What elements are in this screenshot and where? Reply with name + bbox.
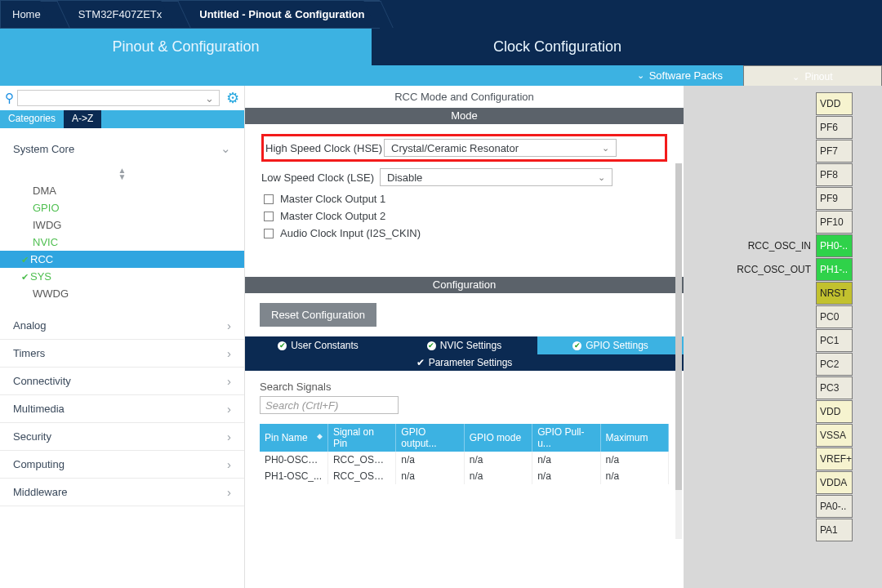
pin-pf6[interactable]: PF6 (816, 116, 853, 139)
tree-item-iwdg[interactable]: IWDG (0, 216, 244, 234)
pin-row: VDD (816, 400, 853, 423)
sort-icon[interactable]: ▲▼ (0, 166, 244, 182)
pin-row: PF7 (816, 140, 853, 163)
check-icon: ✔ (416, 357, 425, 368)
category-multimedia[interactable]: Multimedia› (0, 395, 244, 423)
pin-vref+[interactable]: VREF+ (816, 448, 853, 470)
pin-row: PC1 (816, 329, 853, 352)
pin-pc1[interactable]: PC1 (816, 329, 853, 352)
system-core-tree: ▲▼ DMA GPIO IWDG NVIC ✔RCC ✔SYS WWDG (0, 163, 244, 312)
category-analog[interactable]: Analog› (0, 312, 244, 340)
pin-row: PC0 (816, 305, 853, 328)
reset-configuration-button[interactable]: Reset Configuration (260, 303, 376, 327)
subbar: ⌄ Software Packs ⌄ Pinout (0, 65, 882, 86)
crumb-chip[interactable]: STM32F407ZETx (56, 0, 178, 29)
chevron-down-icon: ⌄ (637, 70, 644, 81)
pin-vdd[interactable]: VDD (816, 92, 853, 115)
crumb-home[interactable]: Home (0, 0, 56, 29)
lse-select[interactable]: Disable ⌄ (380, 168, 612, 186)
sort-icon: ◆ (317, 432, 323, 440)
pin-row: VREF+ (816, 448, 853, 470)
category-system-core[interactable]: System Core ⌄ (0, 135, 244, 163)
chevron-down-icon: ⌄ (602, 143, 609, 154)
search-input[interactable]: ⌄ (17, 90, 220, 106)
col-gpio-output[interactable]: GPIO output... (396, 424, 464, 452)
tab-pinout-config[interactable]: Pinout & Configuration (0, 29, 372, 65)
lse-value: Disable (387, 172, 422, 184)
table-cell: PH1-OSC_... (260, 468, 327, 484)
pin-pf10[interactable]: PF10 (816, 211, 853, 234)
category-security[interactable]: Security› (0, 423, 244, 451)
software-packs-label: Software Packs (649, 69, 723, 82)
tab-nvic-settings[interactable]: ✔NVIC Settings (391, 336, 537, 354)
chevron-down-icon: ⌄ (220, 141, 231, 156)
chevron-right-icon: › (227, 457, 231, 471)
crumb-current[interactable]: Untitled - Pinout & Configuration (177, 0, 380, 29)
category-computing[interactable]: Computing› (0, 451, 244, 479)
pin-pc0[interactable]: PC0 (816, 305, 853, 328)
checkbox-icon (264, 212, 274, 221)
tree-item-gpio[interactable]: GPIO (0, 199, 244, 216)
table-cell: n/a (464, 468, 532, 484)
primary-tabs: Pinout & Configuration Clock Configurati… (0, 29, 882, 65)
pinout-dropdown[interactable]: ⌄ Pinout (743, 65, 882, 88)
chevron-right-icon: › (227, 346, 231, 360)
tab-clock-config[interactable]: Clock Configuration (372, 29, 743, 65)
pin-pc2[interactable]: PC2 (816, 353, 853, 376)
col-gpio-mode[interactable]: GPIO mode (464, 424, 532, 452)
table-row[interactable]: PH0-OSC_INRCC_OSC_INn/an/an/an/a (260, 452, 669, 468)
pin-pc3[interactable]: PC3 (816, 376, 853, 399)
signals-table: Pin Name◆ Signal on Pin GPIO output... G… (260, 424, 669, 484)
pin-vssa[interactable]: VSSA (816, 424, 853, 447)
tab-categories[interactable]: Categories (0, 110, 64, 128)
category-timers[interactable]: Timers› (0, 340, 244, 368)
col-signal[interactable]: Signal on Pin (327, 424, 395, 452)
scrollbar-thumb[interactable] (675, 163, 682, 490)
pin-pf9[interactable]: PF9 (816, 187, 853, 210)
hse-select[interactable]: Crystal/Ceramic Resonator ⌄ (384, 139, 617, 157)
pin-pf7[interactable]: PF7 (816, 140, 853, 163)
scrollbar[interactable] (675, 163, 682, 539)
col-pin-name[interactable]: Pin Name◆ (260, 424, 327, 452)
checkbox-i2s-ckin[interactable]: Audio Clock Input (I2S_CKIN) (264, 227, 667, 239)
check-icon: ✔ (21, 272, 29, 282)
table-cell: n/a (464, 452, 532, 468)
software-packs-dropdown[interactable]: ⌄ Software Packs (617, 65, 743, 86)
pin-vdda[interactable]: VDDA (816, 471, 853, 494)
col-maximum[interactable]: Maximum (600, 424, 668, 452)
table-cell: n/a (600, 468, 668, 484)
table-row[interactable]: PH1-OSC_...RCC_OSC_...n/an/an/an/a (260, 468, 669, 484)
tab-gpio-settings[interactable]: ✔GPIO Settings (537, 336, 684, 354)
pin-ph0-..[interactable]: PH0-.. (816, 234, 853, 257)
tree-item-rcc[interactable]: ✔RCC (0, 251, 244, 268)
pin-pa1[interactable]: PA1 (816, 519, 853, 541)
category-connectivity[interactable]: Connectivity› (0, 368, 244, 395)
pinout-view[interactable]: VDDPF6PF7PF8PF9PF10RCC_OSC_INPH0-..RCC_O… (684, 86, 882, 588)
tree-item-sys[interactable]: ✔SYS (0, 268, 244, 285)
pin-nrst[interactable]: NRST (816, 282, 853, 305)
table-cell: n/a (532, 452, 600, 468)
col-gpio-pull[interactable]: GPIO Pull-u... (532, 424, 600, 452)
tree-item-nvic[interactable]: NVIC (0, 234, 244, 251)
gear-icon[interactable]: ⚙ (226, 89, 239, 107)
tab-user-constants[interactable]: ✔User Constants (245, 336, 391, 354)
pin-ph1-..[interactable]: PH1-.. (816, 258, 853, 281)
category-middleware[interactable]: Middleware› (0, 479, 244, 506)
pin-vdd[interactable]: VDD (816, 400, 853, 423)
checkbox-mco2[interactable]: Master Clock Output 2 (264, 210, 667, 222)
tree-item-wwdg[interactable]: WWDG (0, 285, 244, 302)
checkbox-mco1[interactable]: Master Clock Output 1 (264, 193, 667, 205)
chevron-right-icon: › (227, 318, 231, 332)
pin-row: VDDA (816, 471, 853, 494)
tab-a-z[interactable]: A->Z (64, 110, 101, 128)
check-icon: ✔ (572, 341, 581, 350)
search-signals-input[interactable]: Search (Crtl+F) (260, 396, 399, 414)
chevron-right-icon: › (227, 485, 231, 499)
pinout-label: Pinout (804, 71, 832, 82)
pin-row: PF9 (816, 187, 853, 210)
primary-tabs-tail (743, 29, 882, 65)
tab-parameter-settings[interactable]: ✔Parameter Settings (245, 354, 684, 371)
pin-pf8[interactable]: PF8 (816, 163, 853, 186)
pin-pa0-..[interactable]: PA0-.. (816, 495, 853, 518)
tree-item-dma[interactable]: DMA (0, 182, 244, 199)
